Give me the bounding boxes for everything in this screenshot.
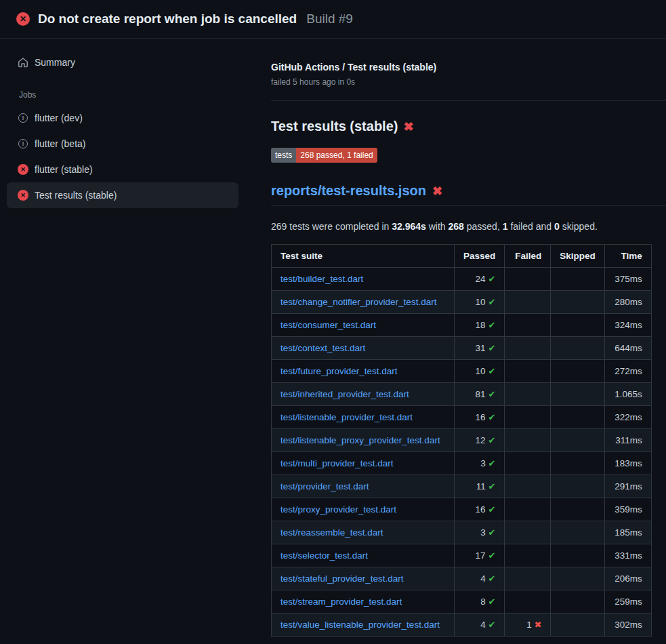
suite-cell: test/selector_test.dart (272, 544, 455, 567)
skipped-cell (551, 360, 605, 383)
build-number: Build #9 (306, 12, 353, 26)
time-cell: 324ms (604, 314, 651, 337)
test-suite-link[interactable]: test/context_test.dart (280, 343, 365, 353)
failed-cell (505, 567, 551, 590)
test-suite-link[interactable]: test/change_notifier_provider_test.dart (280, 297, 436, 307)
neutral-status-icon: ! (18, 138, 28, 149)
time-cell: 322ms (604, 406, 651, 429)
test-suite-link[interactable]: test/listenable_proxy_provider_test.dart (280, 435, 440, 445)
summary-passed-count: 268 (449, 221, 464, 232)
test-suite-link[interactable]: test/value_listenable_provider_test.dart (280, 620, 440, 630)
table-row: test/stream_provider_test.dart8 ✔259ms (272, 590, 652, 613)
passed-cell: 17 ✔ (455, 544, 505, 567)
failed-cell (505, 406, 551, 429)
test-suite-link[interactable]: test/proxy_provider_test.dart (280, 504, 396, 515)
pass-check-icon: ✔ (488, 597, 495, 607)
table-row: test/proxy_provider_test.dart16 ✔359ms (272, 498, 652, 521)
sidebar-item-test-results-stable[interactable]: ✕ Test results (stable) (7, 182, 238, 208)
pass-check-icon: ✔ (488, 458, 495, 468)
test-suite-link[interactable]: test/stateful_provider_test.dart (280, 573, 404, 584)
suite-cell: test/listenable_provider_test.dart (272, 406, 455, 429)
test-suite-link[interactable]: test/stream_provider_test.dart (280, 597, 402, 607)
skipped-cell (551, 383, 605, 406)
suite-cell: test/reassemble_test.dart (272, 521, 455, 544)
test-results-table: Test suite Passed Failed Skipped Time te… (271, 244, 652, 637)
passed-cell: 81 ✔ (455, 383, 505, 406)
summary-failed-count: 1 (503, 221, 508, 232)
skipped-cell (551, 498, 605, 521)
suite-cell: test/stateful_provider_test.dart (272, 567, 455, 590)
test-suite-link[interactable]: test/inherited_provider_test.dart (280, 389, 409, 399)
sidebar-item-flutter-beta[interactable]: ! flutter (beta) (7, 131, 238, 157)
jobs-heading: Jobs (19, 90, 238, 100)
test-suite-link[interactable]: test/selector_test.dart (280, 550, 368, 561)
sidebar: Summary Jobs ! flutter (dev) ! flutter (… (0, 39, 271, 208)
red-cross-icon: ✖ (432, 184, 442, 199)
passed-cell: 18 ✔ (455, 314, 505, 337)
time-cell: 644ms (604, 337, 651, 360)
run-header: ✕ Do not create report when job is cance… (0, 0, 666, 39)
time-cell: 272ms (604, 360, 651, 383)
pass-check-icon: ✔ (488, 366, 495, 376)
results-table-body: test/builder_test.dart24 ✔375mstest/chan… (272, 268, 652, 637)
failed-cell (505, 475, 551, 498)
time-cell: 183ms (604, 452, 651, 475)
passed-cell: 4 ✔ (455, 613, 505, 637)
suite-cell: test/change_notifier_provider_test.dart (272, 291, 455, 314)
table-row: test/context_test.dart31 ✔644ms (272, 337, 652, 360)
run-meta: failed 5 hours ago in 0s (271, 77, 666, 87)
col-header-passed: Passed (455, 245, 505, 268)
x-circle-fill-icon: ✕ (16, 12, 30, 26)
test-suite-link[interactable]: test/listenable_provider_test.dart (280, 412, 413, 422)
failed-cell (505, 498, 551, 521)
test-suite-link[interactable]: test/reassemble_test.dart (280, 527, 383, 538)
suite-cell: test/future_provider_test.dart (272, 360, 455, 383)
failed-cell (505, 314, 551, 337)
time-cell: 280ms (604, 291, 651, 314)
test-suite-link[interactable]: test/future_provider_test.dart (280, 366, 398, 376)
pass-check-icon: ✔ (488, 412, 495, 422)
fail-cross-icon: ✖ (534, 620, 541, 630)
badge-value: 268 passed, 1 failed (296, 148, 377, 163)
passed-cell: 10 ✔ (455, 360, 505, 383)
pass-check-icon: ✔ (488, 274, 495, 284)
test-suite-link[interactable]: test/provider_test.dart (280, 481, 369, 491)
passed-cell: 12 ✔ (455, 429, 505, 452)
divider (271, 100, 666, 101)
failed-cell (505, 291, 551, 314)
col-header-failed: Failed (505, 245, 551, 268)
time-cell: 359ms (604, 498, 651, 521)
time-cell: 185ms (604, 521, 651, 544)
skipped-cell (551, 291, 605, 314)
passed-cell: 31 ✔ (455, 337, 505, 360)
time-cell: 302ms (604, 613, 651, 637)
pass-check-icon: ✔ (488, 297, 495, 307)
sidebar-item-summary[interactable]: Summary (7, 49, 238, 75)
run-title: Do not create report when job is cancell… (38, 12, 297, 26)
main-content: GitHub Actions / Test results (stable) f… (271, 39, 666, 637)
report-file-link[interactable]: reports/test-results.json (271, 183, 426, 199)
suite-cell: test/value_listenable_provider_test.dart (272, 613, 455, 637)
time-cell: 331ms (604, 544, 651, 567)
suite-cell: test/consumer_test.dart (272, 314, 455, 337)
col-header-test-suite: Test suite (272, 245, 455, 268)
failed-cell (505, 590, 551, 613)
passed-cell: 16 ✔ (455, 498, 505, 521)
test-suite-link[interactable]: test/consumer_test.dart (280, 320, 376, 330)
sidebar-item-flutter-stable[interactable]: ✕ flutter (stable) (7, 157, 238, 182)
sidebar-item-flutter-dev[interactable]: ! flutter (dev) (7, 105, 238, 131)
test-suite-link[interactable]: test/multi_provider_test.dart (280, 458, 394, 468)
test-suite-link[interactable]: test/builder_test.dart (280, 274, 363, 284)
report-heading: reports/test-results.json ✖ (271, 183, 666, 206)
home-icon (18, 57, 28, 68)
sidebar-item-label: flutter (dev) (35, 113, 83, 123)
time-cell: 311ms (604, 429, 651, 452)
col-header-time: Time (604, 245, 651, 268)
passed-cell: 16 ✔ (455, 406, 505, 429)
failed-cell (505, 360, 551, 383)
skipped-cell (551, 337, 605, 360)
time-cell: 259ms (604, 590, 651, 613)
section-title-text: Test results (stable) (271, 119, 398, 134)
time-cell: 1.065s (604, 383, 651, 406)
sidebar-item-label: Test results (stable) (35, 190, 117, 201)
